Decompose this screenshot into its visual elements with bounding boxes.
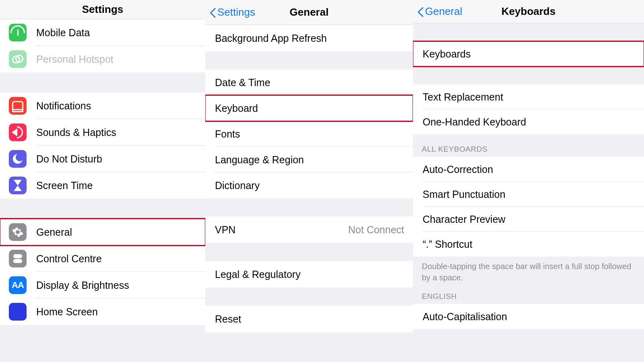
row-label: One-Handed Keyboard bbox=[423, 116, 526, 128]
bell-icon bbox=[9, 97, 27, 115]
row-label: General bbox=[36, 226, 72, 238]
navbar: General Keyboards bbox=[413, 0, 644, 23]
row-home-screen[interactable]: Home Screen bbox=[0, 298, 205, 325]
row-label: “.” Shortcut bbox=[423, 239, 473, 250]
row-label: VPN bbox=[215, 224, 235, 236]
row-label: Sounds & Haptics bbox=[36, 127, 116, 138]
row-label: Home Screen bbox=[36, 306, 98, 318]
row-reset[interactable]: Reset bbox=[205, 306, 413, 332]
navbar: Settings bbox=[0, 0, 205, 19]
row-label: Display & Brightness bbox=[36, 280, 129, 291]
row-label: Keyboard bbox=[215, 103, 258, 114]
row-display-brightness[interactable]: AADisplay & Brightness bbox=[0, 272, 205, 298]
row-date-time[interactable]: Date & Time bbox=[205, 70, 413, 95]
chevron-left-icon bbox=[209, 6, 217, 19]
group-bg: Background App Refresh bbox=[205, 25, 413, 51]
row-dot-shortcut[interactable]: “.” Shortcut bbox=[413, 232, 644, 257]
row-dictionary[interactable]: Dictionary bbox=[205, 173, 413, 198]
row-keyboard[interactable]: Keyboard bbox=[205, 95, 413, 121]
group-text: Text ReplacementOne-Handed Keyboard bbox=[413, 84, 644, 134]
section-header-english: ENGLISH bbox=[413, 286, 644, 304]
row-auto-capitalisation[interactable]: Auto-Capitalisation bbox=[413, 304, 644, 329]
row-label: Auto-Capitalisation bbox=[423, 311, 507, 323]
row-keyboards[interactable]: Keyboards bbox=[413, 41, 644, 66]
link-icon bbox=[9, 50, 27, 68]
pane-keyboards: General Keyboards Keyboards Text Replace… bbox=[413, 0, 644, 362]
row-label: Personal Hotspot bbox=[36, 53, 114, 65]
section-footer: Double-tapping the space bar will insert… bbox=[413, 257, 644, 286]
row-label: Screen Time bbox=[36, 180, 93, 191]
row-notifications[interactable]: Notifications bbox=[0, 93, 205, 119]
row-one-handed-keyboard[interactable]: One-Handed Keyboard bbox=[413, 109, 644, 134]
row-character-preview[interactable]: Character Preview bbox=[413, 207, 644, 232]
row-label: Date & Time bbox=[215, 77, 270, 88]
row-value: Not Connect bbox=[348, 224, 404, 236]
row-label: Background App Refresh bbox=[215, 33, 327, 44]
row-do-not-disturb[interactable]: Do Not Disturb bbox=[0, 146, 205, 172]
group-device: GeneralControl CentreAADisplay & Brightn… bbox=[0, 219, 205, 325]
moon-icon bbox=[9, 150, 27, 168]
sound-icon bbox=[9, 123, 27, 141]
row-fonts[interactable]: Fonts bbox=[205, 121, 413, 147]
section-header-all: ALL KEYBOARDS bbox=[413, 134, 644, 157]
hourglass-icon bbox=[9, 177, 27, 194]
group-gap bbox=[205, 243, 413, 261]
row-label: Language & Region bbox=[215, 154, 304, 166]
row-legal-regulatory[interactable]: Legal & Regulatory bbox=[205, 261, 413, 288]
back-button[interactable]: General bbox=[413, 5, 462, 18]
group-connectivity: Mobile DataPersonal Hotspot bbox=[0, 19, 205, 72]
row-vpn[interactable]: VPNNot Connect bbox=[205, 216, 413, 243]
highlight-box bbox=[0, 218, 205, 246]
row-label: Reset bbox=[215, 313, 241, 325]
group-keyboards: Keyboards bbox=[413, 41, 644, 66]
chevron-left-icon bbox=[417, 6, 424, 18]
group-gap bbox=[0, 199, 205, 219]
row-label: Dictionary bbox=[215, 180, 260, 191]
gear-icon bbox=[9, 223, 27, 241]
group-gap bbox=[0, 72, 205, 93]
back-button[interactable]: Settings bbox=[205, 6, 255, 19]
row-label: Do Not Disturb bbox=[36, 153, 102, 165]
row-auto-correction[interactable]: Auto-Correction bbox=[413, 157, 644, 182]
nav-title: Settings bbox=[0, 3, 205, 16]
group-gap bbox=[205, 288, 413, 306]
row-personal-hotspot[interactable]: Personal Hotspot bbox=[0, 46, 205, 72]
navbar: Settings General bbox=[205, 0, 413, 25]
group-english: Auto-Capitalisation bbox=[413, 304, 644, 329]
grid-icon bbox=[9, 303, 27, 321]
back-label: Settings bbox=[217, 6, 255, 19]
row-general[interactable]: General bbox=[0, 219, 205, 245]
aa-icon: AA bbox=[9, 276, 27, 294]
row-background-app-refresh[interactable]: Background App Refresh bbox=[205, 25, 413, 51]
back-label: General bbox=[425, 5, 462, 18]
row-screen-time[interactable]: Screen Time bbox=[0, 172, 205, 199]
antenna-icon bbox=[9, 24, 27, 41]
group-system: Date & TimeKeyboardFontsLanguage & Regio… bbox=[205, 70, 413, 198]
row-label: Character Preview bbox=[423, 214, 506, 225]
group-all-kbd: Auto-CorrectionSmart PunctuationCharacte… bbox=[413, 157, 644, 257]
pane-settings: Settings Mobile DataPersonal Hotspot Not… bbox=[0, 0, 205, 362]
row-label: Control Centre bbox=[36, 253, 102, 265]
group-legal: Legal & Regulatory bbox=[205, 261, 413, 288]
pane-general: Settings General Background App Refresh … bbox=[205, 0, 413, 362]
row-smart-punctuation[interactable]: Smart Punctuation bbox=[413, 182, 644, 207]
row-control-centre[interactable]: Control Centre bbox=[0, 245, 205, 272]
row-label: Auto-Correction bbox=[423, 164, 493, 175]
row-language-region[interactable]: Language & Region bbox=[205, 147, 413, 173]
group-gap bbox=[413, 23, 644, 41]
row-sounds-haptics[interactable]: Sounds & Haptics bbox=[0, 119, 205, 146]
row-label: Keyboards bbox=[423, 48, 471, 60]
group-gap bbox=[413, 66, 644, 84]
row-label: Legal & Regulatory bbox=[215, 269, 301, 280]
group-alerts: NotificationsSounds & HapticsDo Not Dist… bbox=[0, 93, 205, 199]
group-gap bbox=[205, 51, 413, 70]
row-label: Text Replacement bbox=[423, 91, 503, 103]
row-label: Smart Punctuation bbox=[423, 189, 506, 200]
row-label: Mobile Data bbox=[36, 27, 90, 39]
row-text-replacement[interactable]: Text Replacement bbox=[413, 84, 644, 109]
group-gap bbox=[205, 198, 413, 216]
row-label: Fonts bbox=[215, 128, 240, 140]
toggles-icon bbox=[9, 250, 27, 267]
group-reset: Reset bbox=[205, 306, 413, 332]
row-mobile-data[interactable]: Mobile Data bbox=[0, 19, 205, 46]
